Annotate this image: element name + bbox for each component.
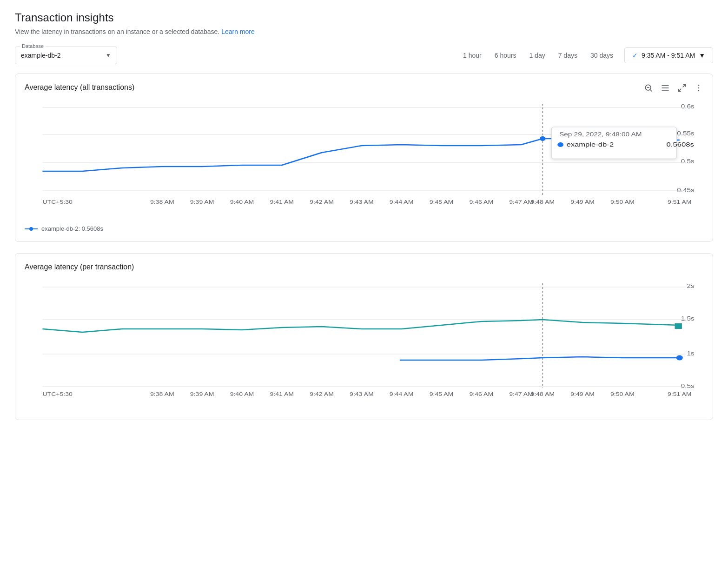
svg-line-7 xyxy=(679,89,682,92)
svg-point-37 xyxy=(557,142,563,147)
chart1-svg: 0.6s 0.55s 0.5s 0.45s UTC+5:30 9:38 AM 9… xyxy=(25,99,703,220)
svg-text:9:44 AM: 9:44 AM xyxy=(390,391,414,397)
svg-text:UTC+5:30: UTC+5:30 xyxy=(42,199,73,205)
svg-text:9:40 AM: 9:40 AM xyxy=(230,199,254,205)
svg-text:9:41 AM: 9:41 AM xyxy=(270,199,294,205)
svg-text:1.5s: 1.5s xyxy=(681,316,695,322)
database-dropdown[interactable]: example-db-2 ▼ xyxy=(21,49,111,62)
time-range-value: 9:35 AM - 9:51 AM xyxy=(642,52,695,59)
svg-text:UTC+5:30: UTC+5:30 xyxy=(42,391,73,397)
chart1-legend-label: example-db-2: 0.5608s xyxy=(41,225,103,232)
svg-text:9:46 AM: 9:46 AM xyxy=(469,199,493,205)
more-options-button[interactable] xyxy=(692,81,705,96)
svg-text:9:45 AM: 9:45 AM xyxy=(430,391,454,397)
page-title: Transaction insights xyxy=(15,11,713,24)
dropdown-arrow-icon: ▼ xyxy=(106,52,111,59)
svg-text:0.55s: 0.55s xyxy=(677,131,695,137)
time-filter-30days[interactable]: 30 days xyxy=(585,48,619,63)
chart1-container: 0.6s 0.55s 0.5s 0.45s UTC+5:30 9:38 AM 9… xyxy=(25,99,703,221)
time-filter-1hour[interactable]: 1 hour xyxy=(457,48,487,63)
svg-text:0.5s: 0.5s xyxy=(681,383,695,389)
chart1-title: Average latency (all transactions) xyxy=(25,83,703,92)
svg-text:9:42 AM: 9:42 AM xyxy=(310,199,334,205)
svg-text:example-db-2: example-db-2 xyxy=(566,141,614,148)
svg-line-6 xyxy=(683,85,686,87)
svg-point-9 xyxy=(698,87,700,89)
svg-text:9:48 AM: 9:48 AM xyxy=(530,391,555,397)
svg-text:9:40 AM: 9:40 AM xyxy=(230,391,254,397)
svg-text:9:43 AM: 9:43 AM xyxy=(350,391,374,397)
learn-more-link[interactable]: Learn more xyxy=(221,28,255,35)
svg-text:9:44 AM: 9:44 AM xyxy=(390,199,414,205)
svg-text:9:45 AM: 9:45 AM xyxy=(430,199,454,205)
svg-text:0.5608s: 0.5608s xyxy=(667,141,694,148)
svg-point-40 xyxy=(540,136,546,141)
svg-point-10 xyxy=(698,90,700,92)
svg-line-1 xyxy=(650,90,652,92)
svg-text:9:47 AM: 9:47 AM xyxy=(509,199,533,205)
svg-point-53 xyxy=(676,355,683,361)
chart2-svg: 2s 1.5s 1s 0.5s UTC+5: xyxy=(25,279,703,409)
svg-text:9:38 AM: 9:38 AM xyxy=(150,391,174,397)
svg-point-42 xyxy=(29,227,33,231)
svg-text:0.6s: 0.6s xyxy=(681,104,695,110)
time-range-button[interactable]: ✓ 9:35 AM - 9:51 AM ▼ xyxy=(624,47,713,63)
svg-text:9:49 AM: 9:49 AM xyxy=(570,391,595,397)
legend-button[interactable] xyxy=(659,81,672,96)
svg-text:9:48 AM: 9:48 AM xyxy=(530,199,555,205)
svg-text:9:51 AM: 9:51 AM xyxy=(668,391,692,397)
chart1-actions xyxy=(642,81,705,96)
database-label: Database xyxy=(20,43,46,49)
svg-text:9:38 AM: 9:38 AM xyxy=(150,199,174,205)
time-range-dropdown-icon: ▼ xyxy=(699,52,705,59)
svg-text:9:41 AM: 9:41 AM xyxy=(270,391,294,397)
svg-text:1s: 1s xyxy=(687,351,695,357)
controls-row: Database example-db-2 ▼ 1 hour 6 hours 1… xyxy=(15,47,713,64)
time-filter-7days[interactable]: 7 days xyxy=(553,48,583,63)
svg-text:9:39 AM: 9:39 AM xyxy=(190,199,214,205)
svg-text:9:46 AM: 9:46 AM xyxy=(469,391,493,397)
chart2-container: 2s 1.5s 1s 0.5s UTC+5: xyxy=(25,279,703,410)
time-filter-1day[interactable]: 1 day xyxy=(523,48,550,63)
svg-text:9:39 AM: 9:39 AM xyxy=(190,391,214,397)
svg-text:9:43 AM: 9:43 AM xyxy=(350,199,374,205)
time-filters: 1 hour 6 hours 1 day 7 days 30 days ✓ 9:… xyxy=(457,47,713,63)
svg-text:9:50 AM: 9:50 AM xyxy=(610,199,635,205)
time-filter-6hours[interactable]: 6 hours xyxy=(489,48,522,63)
chart-all-transactions: Average latency (all transactions) xyxy=(15,74,713,242)
svg-text:9:49 AM: 9:49 AM xyxy=(570,199,595,205)
svg-text:0.5s: 0.5s xyxy=(681,159,695,165)
legend-line-icon xyxy=(25,227,38,231)
page-subtitle: View the latency in transactions on an i… xyxy=(15,28,713,35)
svg-text:9:51 AM: 9:51 AM xyxy=(668,199,692,205)
svg-text:9:47 AM: 9:47 AM xyxy=(509,391,533,397)
zoom-button[interactable] xyxy=(642,81,655,96)
svg-text:2s: 2s xyxy=(687,283,695,289)
svg-text:Sep 29, 2022, 9:48:00 AM: Sep 29, 2022, 9:48:00 AM xyxy=(559,132,642,138)
svg-text:9:50 AM: 9:50 AM xyxy=(610,391,635,397)
fullscreen-button[interactable] xyxy=(675,81,688,96)
chart1-legend: example-db-2: 0.5608s xyxy=(25,225,703,232)
svg-text:9:42 AM: 9:42 AM xyxy=(310,391,334,397)
svg-point-8 xyxy=(698,85,700,86)
svg-rect-52 xyxy=(675,323,682,329)
check-icon: ✓ xyxy=(632,52,638,59)
database-selector[interactable]: Database example-db-2 ▼ xyxy=(15,47,117,64)
database-value: example-db-2 xyxy=(21,52,61,59)
chart-per-transaction: Average latency (per transaction) 2s 1.5… xyxy=(15,253,713,420)
chart2-title: Average latency (per transaction) xyxy=(25,263,703,271)
